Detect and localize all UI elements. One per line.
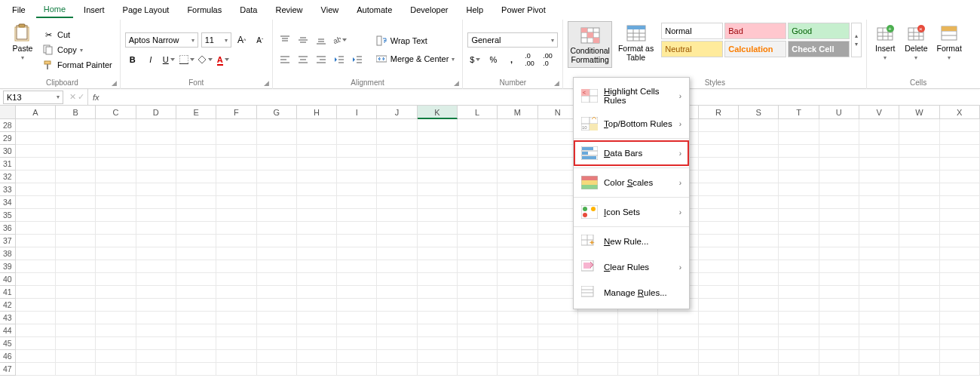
cell[interactable]: [940, 119, 980, 132]
cell[interactable]: [859, 363, 899, 376]
comma-format-button[interactable]: ,: [504, 52, 519, 67]
cell[interactable]: [819, 363, 859, 376]
align-top-button[interactable]: [277, 32, 292, 48]
cell[interactable]: [257, 119, 297, 132]
cell[interactable]: [337, 312, 377, 324]
row-header[interactable]: 47: [0, 363, 16, 376]
cell[interactable]: [418, 145, 458, 158]
cell[interactable]: [899, 145, 939, 158]
cell[interactable]: [538, 158, 578, 170]
cell[interactable]: [458, 170, 498, 183]
cell[interactable]: [658, 324, 698, 337]
column-header-D[interactable]: D: [136, 106, 176, 119]
cell[interactable]: [498, 247, 537, 260]
cell[interactable]: [176, 196, 216, 209]
cell[interactable]: [56, 170, 96, 183]
cell[interactable]: [216, 324, 256, 337]
cell[interactable]: [418, 312, 458, 324]
cell[interactable]: [779, 312, 819, 324]
cell[interactable]: [377, 273, 417, 286]
cell[interactable]: [498, 170, 537, 183]
cell[interactable]: [899, 158, 939, 170]
cell[interactable]: [377, 183, 417, 196]
column-header-W[interactable]: W: [899, 106, 939, 119]
row-header[interactable]: 41: [0, 286, 16, 299]
cell[interactable]: [176, 209, 216, 222]
cell[interactable]: [739, 337, 779, 350]
cell[interactable]: [859, 183, 899, 196]
accounting-format-button[interactable]: $: [467, 52, 482, 67]
style-calculation[interactable]: Calculation: [724, 41, 786, 57]
increase-font-button[interactable]: A^: [234, 32, 250, 48]
tab-file[interactable]: File: [5, 2, 33, 17]
cell[interactable]: [377, 158, 417, 170]
cell[interactable]: [779, 222, 819, 235]
cell[interactable]: [739, 196, 779, 209]
cell[interactable]: [940, 196, 980, 209]
cell[interactable]: [297, 337, 337, 350]
cell[interactable]: [297, 209, 337, 222]
cell[interactable]: [538, 273, 578, 286]
select-all-corner[interactable]: [0, 106, 16, 119]
cell[interactable]: [257, 170, 297, 183]
column-header-B[interactable]: B: [56, 106, 96, 119]
cell[interactable]: [377, 247, 417, 260]
tab-data[interactable]: Data: [232, 2, 265, 17]
row-header[interactable]: 34: [0, 196, 16, 209]
cell[interactable]: [96, 119, 136, 132]
cell[interactable]: [136, 158, 176, 170]
cell[interactable]: [16, 273, 56, 286]
tab-developer[interactable]: Developer: [403, 2, 455, 17]
cell[interactable]: [578, 363, 618, 376]
cell[interactable]: [136, 170, 176, 183]
grid-rows[interactable]: 2829303132333435363738394041424344454647: [0, 119, 980, 376]
align-center-button[interactable]: [296, 52, 311, 67]
cell[interactable]: [538, 247, 578, 260]
font-dialog-launcher[interactable]: ◢: [264, 79, 269, 87]
cell[interactable]: [578, 324, 618, 337]
increase-decimal-button[interactable]: .0.00: [522, 52, 537, 67]
cell[interactable]: [859, 222, 899, 235]
cell[interactable]: [216, 286, 256, 299]
cell[interactable]: [257, 235, 297, 247]
cell[interactable]: [940, 209, 980, 222]
cell[interactable]: [618, 363, 658, 376]
cell[interactable]: [337, 209, 377, 222]
cell[interactable]: [418, 183, 458, 196]
cell[interactable]: [699, 273, 739, 286]
cell[interactable]: [779, 235, 819, 247]
cell[interactable]: [216, 273, 256, 286]
cell[interactable]: [216, 145, 256, 158]
cell[interactable]: [176, 158, 216, 170]
name-box[interactable]: K13▾: [3, 91, 63, 104]
cell[interactable]: [337, 145, 377, 158]
cell[interactable]: [699, 312, 739, 324]
cell[interactable]: [176, 119, 216, 132]
cell[interactable]: [56, 247, 96, 260]
cell[interactable]: [16, 286, 56, 299]
cell[interactable]: [940, 158, 980, 170]
column-header-U[interactable]: U: [819, 106, 859, 119]
cell[interactable]: [739, 324, 779, 337]
cell[interactable]: [337, 235, 377, 247]
decrease-font-button[interactable]: Aˇ: [253, 32, 268, 48]
cell[interactable]: [16, 119, 56, 132]
cell[interactable]: [859, 260, 899, 273]
cell[interactable]: [498, 145, 537, 158]
cell[interactable]: [337, 286, 377, 299]
percent-format-button[interactable]: %: [485, 52, 501, 67]
align-bottom-button[interactable]: [314, 32, 329, 48]
style-good[interactable]: Good: [788, 23, 850, 39]
cell[interactable]: [96, 363, 136, 376]
cell[interactable]: [699, 196, 739, 209]
cell[interactable]: [176, 145, 216, 158]
cell[interactable]: [16, 183, 56, 196]
clipboard-dialog-launcher[interactable]: ◢: [112, 79, 117, 87]
cell[interactable]: [819, 209, 859, 222]
cell[interactable]: [337, 183, 377, 196]
cell[interactable]: [458, 247, 498, 260]
cell[interactable]: [418, 273, 458, 286]
cell[interactable]: [819, 247, 859, 260]
alignment-dialog-launcher[interactable]: ◢: [454, 79, 459, 87]
cell[interactable]: [458, 209, 498, 222]
